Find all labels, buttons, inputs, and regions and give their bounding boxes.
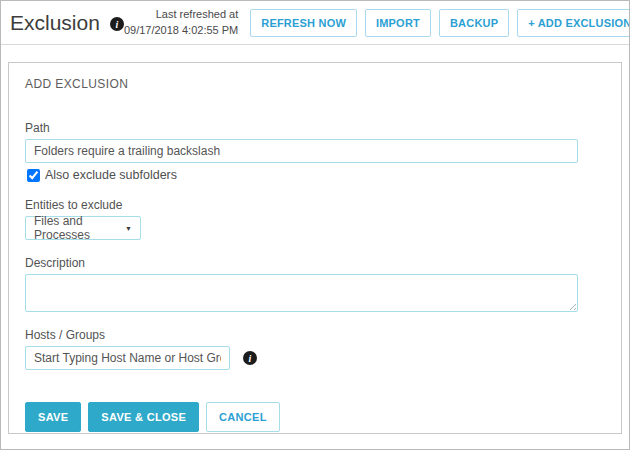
page-title-group: Exclusion i — [10, 11, 124, 35]
add-exclusion-panel: ADD EXCLUSION Path Also exclude subfolde… — [8, 62, 622, 434]
add-exclusion-button[interactable]: + ADD EXCLUSION — [517, 9, 630, 37]
subfolders-checkbox-row: Also exclude subfolders — [27, 168, 605, 182]
hosts-input[interactable] — [25, 346, 230, 370]
cancel-button[interactable]: CANCEL — [206, 402, 280, 432]
import-button[interactable]: IMPORT — [365, 9, 431, 37]
entities-selected-value: Files and Processes — [34, 214, 125, 242]
description-textarea[interactable] — [25, 274, 578, 312]
page-title: Exclusion — [10, 11, 100, 35]
last-refreshed-line2: 09/17/2018 4:02:55 PM — [124, 23, 238, 39]
save-button[interactable]: SAVE — [25, 402, 81, 432]
info-icon[interactable]: i — [110, 17, 124, 31]
entities-field: Entities to exclude Files and Processes … — [25, 198, 605, 240]
hosts-label: Hosts / Groups — [25, 328, 605, 342]
exclusion-page: Exclusion i Last refreshed at 09/17/2018… — [0, 0, 630, 450]
hosts-info-icon[interactable]: i — [243, 351, 257, 365]
path-field: Path Also exclude subfolders — [25, 121, 605, 182]
hosts-field: Hosts / Groups i — [25, 328, 605, 370]
info-icon-glyph: i — [116, 19, 119, 30]
header-actions: Last refreshed at 09/17/2018 4:02:55 PM … — [124, 7, 630, 39]
subfolders-checkbox-label: Also exclude subfolders — [45, 168, 177, 182]
refresh-now-button[interactable]: REFRESH NOW — [250, 9, 357, 37]
hosts-input-row: i — [25, 346, 605, 370]
path-label: Path — [25, 121, 605, 135]
hosts-info-icon-glyph: i — [249, 353, 252, 364]
last-refreshed-text: Last refreshed at 09/17/2018 4:02:55 PM — [124, 7, 238, 39]
entities-select[interactable]: Files and Processes ▼ — [25, 216, 141, 240]
description-field: Description — [25, 256, 605, 312]
form-actions: SAVE SAVE & CLOSE CANCEL — [25, 402, 605, 432]
save-close-button[interactable]: SAVE & CLOSE — [88, 402, 199, 432]
page-header: Exclusion i Last refreshed at 09/17/2018… — [1, 1, 629, 45]
path-input[interactable] — [25, 139, 578, 163]
backup-button[interactable]: BACKUP — [439, 9, 509, 37]
last-refreshed-line1: Last refreshed at — [124, 7, 238, 23]
description-textarea-wrap — [25, 274, 578, 312]
chevron-down-icon: ▼ — [125, 225, 132, 232]
entities-label: Entities to exclude — [25, 198, 605, 212]
subfolders-checkbox[interactable] — [27, 169, 40, 182]
description-label: Description — [25, 256, 605, 270]
panel-title: ADD EXCLUSION — [25, 77, 605, 91]
